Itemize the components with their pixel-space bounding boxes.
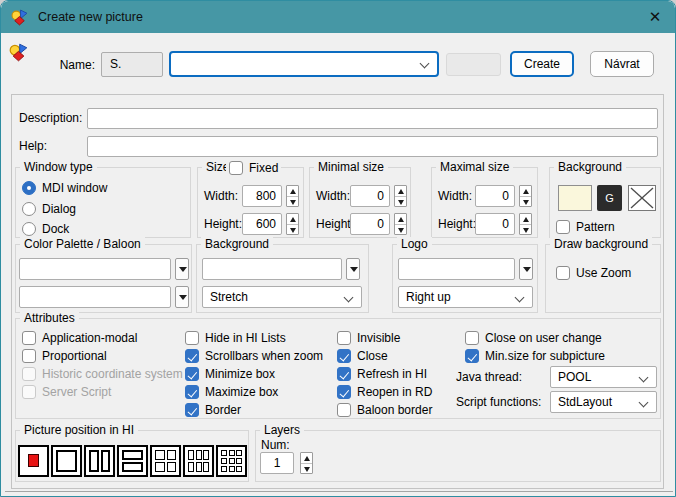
description-input[interactable] [87, 108, 658, 129]
checkbox-icon [22, 331, 36, 345]
pane-icon [122, 462, 143, 472]
checkbox-baloon-border[interactable]: Baloon border [337, 402, 432, 418]
num-input[interactable]: 1 [260, 452, 294, 474]
position-two-columns-button[interactable] [84, 445, 115, 477]
checkbox-checked-icon [185, 349, 199, 363]
maximal-size-group-label: Maximal size [436, 160, 513, 175]
return-button[interactable]: Návrat [590, 51, 654, 77]
checkbox-invisible[interactable]: Invisible [337, 330, 400, 346]
checkbox-hide-in-hi-lists[interactable]: Hide in HI Lists [185, 330, 286, 346]
position-2x2-button[interactable] [150, 445, 181, 477]
checkbox-pattern[interactable]: Pattern [556, 219, 615, 235]
checkbox-checked-icon [185, 385, 199, 399]
titlebar[interactable]: Create new picture ✕ [1, 1, 675, 33]
radio-dialog[interactable]: Dialog [22, 201, 76, 217]
checkbox-application-modal[interactable]: Application-modal [22, 330, 137, 346]
checkbox-icon [337, 403, 351, 417]
position-marker-icon [28, 454, 39, 467]
checkbox-checked-icon [337, 349, 351, 363]
palette-input[interactable] [19, 258, 171, 280]
spin-up-icon [290, 217, 296, 222]
checkbox-reopen-in-rd[interactable]: Reopen in RD [337, 384, 432, 400]
spin-up-icon [398, 217, 404, 222]
min-width-input[interactable]: 0 [350, 185, 390, 207]
help-input[interactable] [87, 136, 658, 157]
position-3x3-button[interactable] [216, 445, 247, 477]
min-width-spinner[interactable] [394, 185, 407, 207]
max-height-input[interactable]: 0 [475, 213, 515, 235]
spin-down-icon [304, 467, 310, 472]
position-3x2-button[interactable] [183, 445, 214, 477]
script-functions-combobox[interactable]: StdLayout [550, 391, 657, 413]
position-full-button[interactable] [51, 445, 82, 477]
logo-position-combobox[interactable]: Right up [398, 286, 533, 308]
spin-down-icon [398, 228, 404, 233]
radio-mdi-window[interactable]: MDI window [22, 180, 107, 196]
help-label: Help: [19, 138, 47, 154]
logo-input[interactable] [398, 258, 515, 280]
checkbox-min-size-for-subpicture[interactable]: Min.size for subpicture [465, 348, 605, 364]
pane-icon [229, 458, 235, 464]
gradient-button[interactable]: G [597, 185, 622, 211]
color-palette-group-label: Color Palette / Baloon [20, 237, 145, 252]
checkbox-icon [465, 331, 479, 345]
radio-label: Dock [42, 222, 69, 236]
checkbox-use-zoom[interactable]: Use Zoom [556, 265, 631, 281]
background-image-dropdown-button[interactable] [346, 258, 360, 280]
checkbox-fixed[interactable]: Fixed [226, 160, 281, 176]
close-icon[interactable]: ✕ [637, 1, 673, 33]
java-thread-combobox[interactable]: POOL [550, 366, 657, 388]
background-mode-combobox[interactable]: Stretch [202, 286, 362, 308]
checkbox-maximize-box[interactable]: Maximize box [185, 384, 278, 400]
logo-dropdown-button[interactable] [519, 258, 533, 280]
size-group: Size Fixed Width: 800 Height: 600 [197, 167, 304, 238]
num-spinner[interactable] [300, 452, 313, 474]
max-width-spinner[interactable] [519, 185, 532, 207]
position-anywhere-button[interactable] [18, 445, 49, 477]
background-image-input[interactable] [202, 258, 342, 280]
checkbox-refresh-in-hi[interactable]: Refresh in HI [337, 366, 427, 382]
max-height-spinner[interactable] [519, 213, 532, 235]
minimal-size-group-label: Minimal size [314, 160, 388, 175]
background-color-swatch-button[interactable] [558, 185, 592, 211]
width-label: Width: [204, 188, 238, 204]
checkbox-icon [556, 266, 570, 280]
checkbox-checked-icon [337, 367, 351, 381]
min-height-spinner[interactable] [394, 213, 407, 235]
checkbox-border[interactable]: Border [185, 402, 241, 418]
checkbox-icon [22, 385, 36, 399]
checkbox-close[interactable]: Close [337, 348, 388, 364]
height-input[interactable]: 600 [242, 213, 282, 235]
palette-dropdown-button[interactable] [175, 258, 189, 280]
checkbox-proportional[interactable]: Proportional [22, 348, 107, 364]
checkbox-close-on-user-change[interactable]: Close on user change [465, 330, 602, 346]
pane-icon [167, 462, 177, 472]
name-combobox[interactable] [169, 51, 439, 77]
checkbox-scrollbars-when-zoom[interactable]: Scrollbars when zoom [185, 348, 323, 364]
disabled-extension-field [446, 53, 501, 76]
min-height-input[interactable]: 0 [350, 213, 390, 235]
radio-label: MDI window [42, 181, 107, 195]
pane-icon [196, 450, 202, 460]
max-width-input[interactable]: 0 [475, 185, 515, 207]
window-type-group-label: Window type [20, 160, 97, 175]
height-spinner[interactable] [286, 213, 299, 235]
script-functions-label: Script functions: [456, 394, 541, 410]
background-color-group: Background G Pattern [549, 167, 661, 238]
checkbox-icon [337, 331, 351, 345]
radio-icon [22, 222, 36, 236]
baloon-dropdown-button[interactable] [175, 286, 189, 308]
create-button[interactable]: Create [510, 51, 574, 77]
app-logo-icon [11, 9, 28, 26]
height-label: Height: [204, 216, 242, 232]
radio-dock[interactable]: Dock [22, 221, 69, 237]
no-color-button[interactable] [628, 185, 656, 211]
height-label: Height: [438, 216, 476, 232]
checkbox-minimize-box[interactable]: Minimize box [185, 366, 275, 382]
width-input[interactable]: 800 [242, 185, 282, 207]
width-spinner[interactable] [286, 185, 299, 207]
pane-icon [236, 466, 242, 472]
baloon-input[interactable] [19, 286, 171, 308]
position-two-rows-button[interactable] [117, 445, 148, 477]
checkbox-checked-icon [465, 349, 479, 363]
